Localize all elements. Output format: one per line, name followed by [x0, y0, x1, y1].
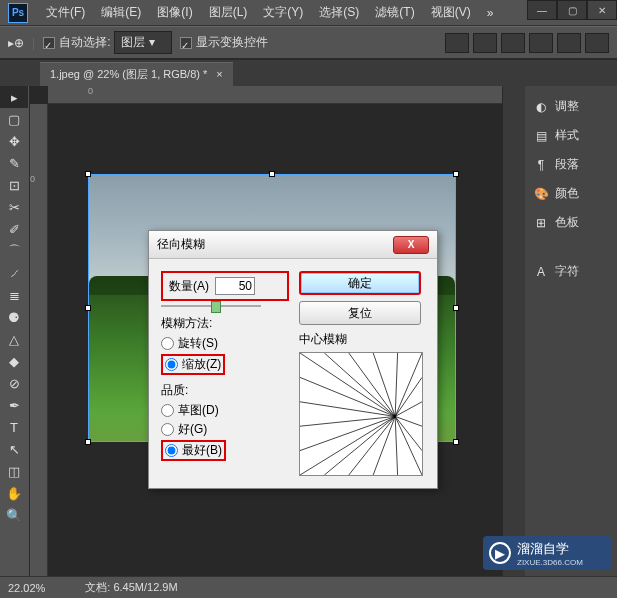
- auto-select-checkbox[interactable]: [43, 37, 55, 49]
- eraser-tool[interactable]: ⚈: [0, 306, 28, 328]
- panel-label: 颜色: [555, 185, 579, 202]
- align-icon[interactable]: [501, 33, 525, 53]
- history-brush-tool[interactable]: ≣: [0, 284, 28, 306]
- wand-tool[interactable]: ✎: [0, 152, 28, 174]
- amount-label: 数量(A): [169, 278, 209, 295]
- pen-tool[interactable]: ✒: [0, 394, 28, 416]
- svg-line-0: [300, 353, 395, 416]
- shape-tool[interactable]: ◫: [0, 460, 28, 482]
- panel-color[interactable]: 🎨 颜色: [529, 179, 613, 208]
- amount-input[interactable]: [215, 277, 255, 295]
- window-close[interactable]: ✕: [587, 0, 617, 20]
- dialog-title-text: 径向模糊: [157, 236, 205, 253]
- show-transform-label: 显示变换控件: [196, 34, 268, 51]
- document-tab[interactable]: 1.jpeg @ 22% (图层 1, RGB/8) * ×: [40, 62, 233, 86]
- transform-handle[interactable]: [269, 171, 275, 177]
- document-tab-close[interactable]: ×: [216, 68, 222, 80]
- panel-label: 调整: [555, 98, 579, 115]
- dialog-close-button[interactable]: X: [393, 236, 429, 254]
- menu-layer[interactable]: 图层(L): [201, 4, 256, 21]
- layer-group-select[interactable]: 图层 ▾: [114, 31, 171, 54]
- ok-button[interactable]: 确定: [299, 271, 421, 295]
- panel-adjustments[interactable]: ◐ 调整: [529, 92, 613, 121]
- align-icon[interactable]: [445, 33, 469, 53]
- svg-line-5: [395, 353, 422, 416]
- quality-draft-radio[interactable]: 草图(D): [161, 401, 289, 420]
- panel-styles[interactable]: ▤ 样式: [529, 121, 613, 150]
- healing-tool[interactable]: ✐: [0, 218, 28, 240]
- transform-handle[interactable]: [453, 305, 459, 311]
- move-tool-icon: ▸⊕: [8, 36, 24, 50]
- menu-overflow[interactable]: »: [479, 6, 502, 20]
- panel-label: 字符: [555, 263, 579, 280]
- panel-label: 样式: [555, 127, 579, 144]
- svg-line-4: [395, 353, 397, 416]
- panel-label: 色板: [555, 214, 579, 231]
- radial-blur-dialog: 径向模糊 X 数量(A) 模糊方法: 旋转(S) 缩放(Z) 品质: 草图(D): [148, 230, 438, 489]
- marquee-tool[interactable]: ▢: [0, 108, 28, 130]
- panel-paragraph[interactable]: ¶ 段落: [529, 150, 613, 179]
- tools-panel: ▸ ▢ ✥ ✎ ⊡ ✂ ✐ ⌒ ⟋ ≣ ⚈ △ ◆ ⊘ ✒ T ↖ ◫ ✋ 🔍: [0, 86, 30, 576]
- adjustments-icon: ◐: [533, 99, 549, 115]
- transform-handle[interactable]: [85, 305, 91, 311]
- move-tool[interactable]: ▸: [0, 86, 28, 108]
- menu-type[interactable]: 文字(Y): [255, 4, 311, 21]
- doc-size-label: 文档:: [85, 581, 110, 593]
- character-icon: A: [533, 264, 549, 280]
- watermark-badge: ▶ 溜溜自学 ZIXUE.3D66.COM: [483, 536, 611, 570]
- show-transform-checkbox[interactable]: [180, 37, 192, 49]
- transform-handle[interactable]: [85, 439, 91, 445]
- transform-handle[interactable]: [85, 171, 91, 177]
- transform-handle[interactable]: [453, 171, 459, 177]
- window-maximize[interactable]: ▢: [557, 0, 587, 20]
- svg-line-7: [395, 402, 422, 417]
- brush-tool[interactable]: ⌒: [0, 240, 28, 262]
- menu-bar: Ps 文件(F) 编辑(E) 图像(I) 图层(L) 文字(Y) 选择(S) 滤…: [0, 0, 617, 26]
- menu-filter[interactable]: 滤镜(T): [367, 4, 422, 21]
- window-minimize[interactable]: —: [527, 0, 557, 20]
- hand-tool[interactable]: ✋: [0, 482, 28, 504]
- menu-file[interactable]: 文件(F): [38, 4, 93, 21]
- paragraph-icon: ¶: [533, 157, 549, 173]
- stamp-tool[interactable]: ⟋: [0, 262, 28, 284]
- menu-image[interactable]: 图像(I): [149, 4, 200, 21]
- crop-tool[interactable]: ⊡: [0, 174, 28, 196]
- zoom-tool[interactable]: 🔍: [0, 504, 28, 526]
- panel-character[interactable]: A 字符: [529, 257, 613, 286]
- align-icon[interactable]: [585, 33, 609, 53]
- document-tab-bar: 1.jpeg @ 22% (图层 1, RGB/8) * ×: [0, 60, 617, 86]
- align-icon[interactable]: [529, 33, 553, 53]
- preview-label: 中心模糊: [299, 331, 425, 348]
- quality-good-radio[interactable]: 好(G): [161, 420, 289, 439]
- type-tool[interactable]: T: [0, 416, 28, 438]
- blur-tool[interactable]: ◆: [0, 350, 28, 372]
- blur-preview[interactable]: [299, 352, 423, 476]
- watermark-url: ZIXUE.3D66.COM: [517, 558, 583, 567]
- dialog-titlebar[interactable]: 径向模糊 X: [149, 231, 437, 259]
- gradient-tool[interactable]: △: [0, 328, 28, 350]
- transform-handle[interactable]: [453, 439, 459, 445]
- amount-slider[interactable]: [161, 305, 261, 307]
- menu-edit[interactable]: 编辑(E): [93, 4, 149, 21]
- app-logo: Ps: [8, 3, 28, 23]
- method-spin-radio[interactable]: 旋转(S): [161, 334, 289, 353]
- status-bar: 22.02% 文档: 6.45M/12.9M: [0, 576, 617, 598]
- document-tab-title: 1.jpeg @ 22% (图层 1, RGB/8) *: [50, 68, 207, 80]
- align-icon[interactable]: [473, 33, 497, 53]
- right-panels: ◐ 调整 ▤ 样式 ¶ 段落 🎨 颜色 ⊞ 色板 A 字符: [502, 86, 617, 576]
- reset-button[interactable]: 复位: [299, 301, 421, 325]
- quality-best-radio[interactable]: 最好(B): [161, 440, 226, 461]
- watermark-brand: 溜溜自学: [517, 540, 583, 558]
- menu-select[interactable]: 选择(S): [311, 4, 367, 21]
- menu-view[interactable]: 视图(V): [423, 4, 479, 21]
- align-icon[interactable]: [557, 33, 581, 53]
- panel-swatches[interactable]: ⊞ 色板: [529, 208, 613, 237]
- zoom-value[interactable]: 22.02%: [8, 582, 45, 594]
- lasso-tool[interactable]: ✥: [0, 130, 28, 152]
- dodge-tool[interactable]: ⊘: [0, 372, 28, 394]
- eyedropper-tool[interactable]: ✂: [0, 196, 28, 218]
- color-icon: 🎨: [533, 186, 549, 202]
- method-zoom-radio[interactable]: 缩放(Z): [161, 354, 225, 375]
- auto-select-label: 自动选择:: [59, 34, 110, 51]
- path-tool[interactable]: ↖: [0, 438, 28, 460]
